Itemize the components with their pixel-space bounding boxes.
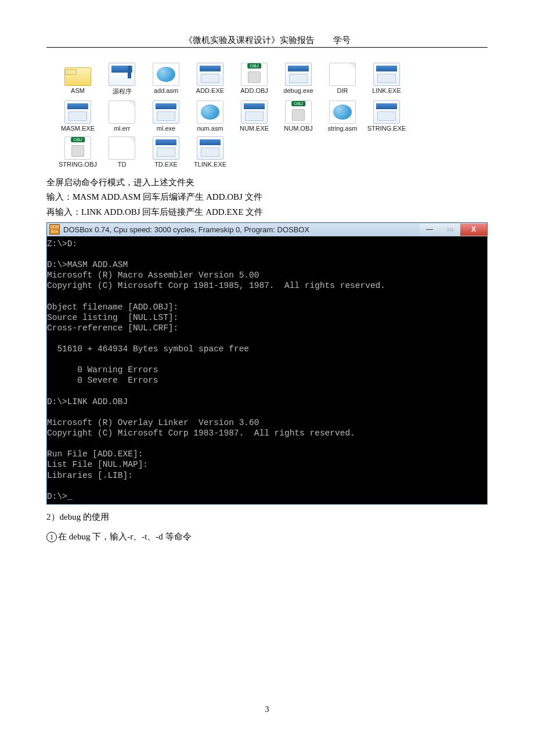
file-item[interactable]: ADD.EXE — [188, 63, 232, 96]
exe-icon — [153, 136, 179, 160]
file-item[interactable]: num.asm — [188, 100, 232, 132]
file-item[interactable]: TD.EXE — [144, 136, 188, 168]
file-item[interactable]: TLINK.EXE — [188, 136, 232, 168]
step-1-line: 1在 debug 下，输入-r、-t、-d 等命令 — [46, 531, 488, 542]
minimize-button[interactable]: — — [420, 224, 439, 236]
exe-icon — [373, 100, 400, 124]
file-label: TLINK.EXE — [188, 161, 232, 168]
obj-icon — [64, 136, 91, 160]
file-label: STRING.OBJ — [56, 161, 100, 168]
dosbox-window: DOSBox DOSBox 0.74, Cpu speed: 3000 cycl… — [46, 222, 488, 505]
file-label: DIR — [320, 87, 365, 94]
header-title: 《微机实验及课程设计》实验报告 — [184, 35, 315, 45]
exe-icon — [285, 63, 312, 86]
file-label: 源程序 — [100, 87, 144, 96]
asm-icon — [197, 100, 223, 124]
file-label: MASM.EXE — [56, 125, 100, 132]
file-item[interactable]: NUM.EXE — [232, 100, 276, 132]
file-icon — [329, 63, 356, 86]
exe-icon — [153, 100, 179, 124]
file-label: NUM.EXE — [232, 125, 276, 132]
header-sid-label: 学号 — [333, 35, 351, 45]
file-item[interactable]: 源程序 — [100, 63, 144, 96]
exe-icon — [197, 63, 223, 86]
section-heading-debug: 2）debug 的使用 — [46, 512, 488, 523]
file-item[interactable]: add.asm — [144, 63, 188, 96]
app-icon — [109, 63, 135, 86]
file-label: num.asm — [188, 125, 232, 132]
file-label: ADD.EXE — [188, 87, 232, 94]
asm-icon — [153, 63, 179, 86]
file-label: add.asm — [144, 87, 188, 94]
file-item[interactable]: ASM — [56, 63, 100, 96]
file-icon — [109, 136, 135, 160]
folder-icon — [64, 67, 91, 86]
instruction-line-1: 全屏启动命令行模式，进入上述文件夹 — [46, 176, 488, 189]
file-item[interactable]: string.asm — [320, 100, 365, 132]
step-number-icon: 1 — [46, 532, 57, 542]
file-item[interactable]: ml.err — [100, 100, 144, 132]
file-label: ml.exe — [144, 125, 188, 132]
exe-icon — [64, 100, 91, 124]
instruction-line-2: 输入：MASM ADD.ASM 回车后编译产生 ADD.OBJ 文件 — [46, 190, 488, 204]
maximize-button[interactable]: ▭ — [440, 224, 460, 236]
file-icon — [109, 100, 135, 124]
exe-icon — [197, 136, 223, 160]
file-item[interactable]: ADD.OBJ — [232, 63, 276, 96]
file-item[interactable]: NUM.OBJ — [276, 100, 320, 132]
file-label: LINK.EXE — [365, 87, 409, 94]
file-item[interactable]: ml.exe — [144, 100, 188, 132]
file-label: debug.exe — [276, 87, 320, 94]
dosbox-title-text: DOSBox 0.74, Cpu speed: 3000 cycles, Fra… — [63, 225, 309, 234]
file-label: ASM — [56, 87, 100, 94]
obj-icon — [285, 100, 312, 124]
file-label: NUM.OBJ — [276, 125, 320, 132]
instruction-line-3: 再输入：LINK ADD.OBJ 回车后链接产生 ADD.EXE 文件 — [46, 206, 488, 219]
file-item[interactable]: debug.exe — [276, 63, 320, 96]
close-button[interactable]: X — [460, 224, 487, 236]
exe-icon — [241, 100, 268, 124]
page-header: 《微机实验及课程设计》实验报告学号 — [46, 35, 488, 48]
file-item[interactable]: LINK.EXE — [365, 63, 409, 96]
dosbox-titlebar[interactable]: DOSBox DOSBox 0.74, Cpu speed: 3000 cycl… — [47, 223, 487, 236]
file-item[interactable]: DIR — [320, 63, 365, 96]
file-label: ADD.OBJ — [232, 87, 276, 94]
dosbox-icon: DOSBox — [49, 224, 60, 235]
file-label: TD.EXE — [144, 161, 188, 168]
asm-icon — [329, 100, 356, 124]
terminal-output: Z:\>D: D:\>MASM ADD.ASM Microsoft (R) Ma… — [47, 236, 487, 504]
file-label: string.asm — [320, 125, 365, 132]
file-label: TD — [100, 161, 144, 168]
file-item[interactable]: STRING.OBJ — [56, 136, 100, 168]
obj-icon — [241, 63, 268, 86]
file-item[interactable]: MASM.EXE — [56, 100, 100, 132]
file-item[interactable]: STRING.EXE — [365, 100, 409, 132]
file-explorer-grid: ASM源程序add.asmADD.EXEADD.OBJdebug.exeDIRL… — [56, 62, 488, 171]
file-label: STRING.EXE — [365, 125, 409, 132]
step-1-text: 在 debug 下，输入-r、-t、-d 等命令 — [58, 532, 192, 541]
exe-icon — [373, 63, 400, 86]
page-number: 3 — [46, 705, 488, 714]
file-item[interactable]: TD — [100, 136, 144, 168]
file-label: ml.err — [100, 125, 144, 132]
